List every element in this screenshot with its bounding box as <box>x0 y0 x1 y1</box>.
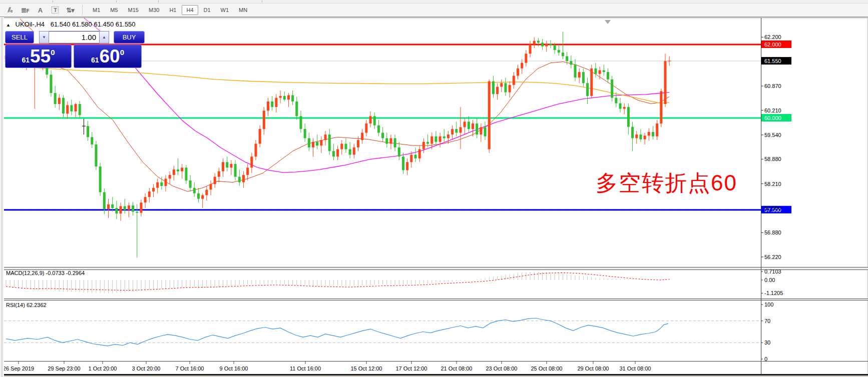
rsi-axis-label: 30 <box>764 340 770 346</box>
timeframe-MN[interactable]: MN <box>234 5 252 15</box>
time-tick-label: 11 Oct 16:00 <box>290 366 321 372</box>
candle-body <box>660 91 662 124</box>
candle-body <box>205 190 208 195</box>
volume-input[interactable] <box>49 31 99 44</box>
candle-body <box>451 129 454 134</box>
symbol-collapse-icon[interactable]: ▲ <box>6 22 11 28</box>
candle-body <box>611 80 613 98</box>
timeframe-H1[interactable]: H1 <box>165 5 181 15</box>
candle-body <box>586 83 589 96</box>
candle-body <box>566 56 568 62</box>
candle-body <box>210 184 212 190</box>
sell-price-button[interactable]: 61 55 0 <box>5 44 72 68</box>
candle-body <box>197 194 200 199</box>
candle-body <box>590 68 593 96</box>
candle-body <box>570 61 572 64</box>
time-tick-label: 26 Sep 2019 <box>3 366 34 372</box>
candle-body <box>218 172 220 177</box>
arrange-arrows-icon[interactable]: ⇅▾ <box>64 5 76 15</box>
candle-body <box>136 212 138 212</box>
candle-body <box>304 129 306 138</box>
candle-body <box>582 72 585 83</box>
candle-body <box>398 148 400 156</box>
timeframe-D1[interactable]: D1 <box>199 5 215 15</box>
candle-body <box>295 102 298 116</box>
candle-body <box>324 134 327 140</box>
candle-body <box>377 126 380 133</box>
candle-body <box>627 107 630 127</box>
timeframe-H4[interactable]: H4 <box>182 5 198 15</box>
candle-body <box>201 195 204 198</box>
candle-body <box>165 178 167 186</box>
candle-body <box>414 155 417 158</box>
candle-body <box>562 52 564 56</box>
candle-body <box>373 116 376 125</box>
buy-price-digits: 60 <box>100 47 120 66</box>
timeframe-M5[interactable]: M5 <box>106 5 122 15</box>
candle-body <box>107 204 110 210</box>
candle-body <box>361 132 363 140</box>
buy-price-prefix: 61 <box>91 56 99 64</box>
candle-body <box>275 98 277 107</box>
equidistant-channel-icon[interactable]: ⫽ₑ <box>4 5 16 15</box>
candle-body <box>291 95 294 101</box>
candle-body <box>623 107 626 109</box>
timeframe-M30[interactable]: M30 <box>144 5 164 15</box>
timeframe-M15[interactable]: M15 <box>124 5 143 15</box>
candle-body <box>230 164 232 168</box>
buy-button[interactable]: BUY <box>114 31 145 44</box>
volume-decrease-button[interactable]: ▼ <box>39 31 49 44</box>
timeframe-M1[interactable]: M1 <box>88 5 105 15</box>
candle-body <box>75 104 77 112</box>
candle-body <box>394 138 396 147</box>
time-tick-label: 9 Oct 16:00 <box>220 366 248 372</box>
candle-body <box>263 110 265 129</box>
macd-axis-label: 0.00 <box>764 277 775 283</box>
macd-axis-label: -1.1205 <box>764 290 783 296</box>
timeframe-W1[interactable]: W1 <box>216 5 234 15</box>
candle-body <box>545 44 548 46</box>
candle-body <box>619 104 622 109</box>
candle-body <box>472 124 474 129</box>
candle-body <box>644 136 646 139</box>
sell-button[interactable]: SELL <box>5 31 34 44</box>
text-icon[interactable]: A <box>34 5 46 15</box>
candle-body <box>91 137 93 144</box>
candle-body <box>455 129 458 132</box>
price-tick-label: 58.880 <box>764 156 781 162</box>
candle-body <box>316 142 318 146</box>
candle-body <box>631 127 634 138</box>
time-tick-label: 17 Oct 12:00 <box>396 366 427 372</box>
buy-price-button[interactable]: 61 60 0 <box>74 44 142 68</box>
time-tick-label: 31 Oct 08:00 <box>620 366 651 372</box>
candle-body <box>656 124 658 136</box>
candle-body <box>500 83 503 86</box>
ohlc-values: 61.540 61.580 61.450 61.550 <box>51 20 136 28</box>
candle-body <box>426 142 429 144</box>
candle-body <box>50 74 52 93</box>
price-badge-label: 62.000 <box>764 42 781 48</box>
fibonacci-retracement-icon[interactable]: ≣ꜰ <box>19 5 31 15</box>
candle-body <box>504 83 507 92</box>
volume-increase-button[interactable]: ▲ <box>99 31 109 44</box>
one-click-trading-panel: SELL ▼ ▲ BUY 61 55 0 61 60 0 <box>5 31 145 68</box>
time-tick-label: 29 Sep 23:00 <box>48 366 80 372</box>
candle-body <box>549 44 552 46</box>
candle-body <box>533 41 536 44</box>
time-tick-label: 23 Oct 08:00 <box>486 366 518 372</box>
candle-body <box>111 204 114 208</box>
candle-body <box>62 98 65 114</box>
candle-body <box>537 41 540 43</box>
candle-body <box>406 162 408 170</box>
window-top-strip <box>0 0 868 4</box>
time-tick-label: 7 Oct 16:00 <box>176 366 204 372</box>
rsi-axis-label: 0 <box>764 356 767 362</box>
candle-body <box>173 170 175 175</box>
price-tick-label: 60.210 <box>764 108 781 114</box>
sell-price-pip: 0 <box>51 48 55 56</box>
candle-body <box>430 136 433 144</box>
candle-body <box>439 136 442 142</box>
text-label-icon[interactable]: T <box>49 5 61 15</box>
price-tick-label: 56.220 <box>764 254 781 260</box>
candle-body <box>578 72 581 78</box>
